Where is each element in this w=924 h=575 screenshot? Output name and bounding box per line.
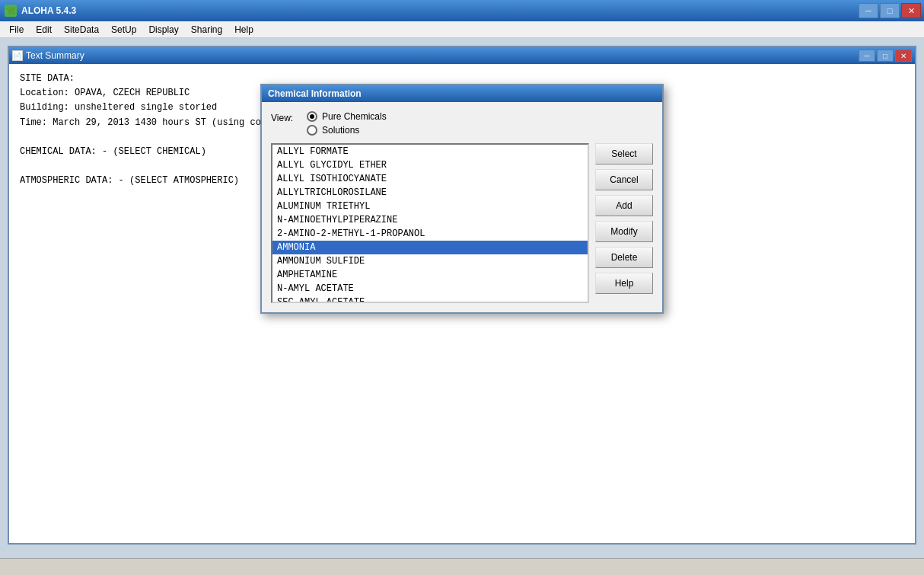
list-item[interactable]: ALLYL GLYCIDYL ETHER: [272, 158, 588, 172]
maximize-button[interactable]: □: [880, 3, 900, 18]
view-radio-group: Pure Chemicals Solutions: [307, 111, 387, 136]
menu-setup[interactable]: SetUp: [105, 23, 142, 37]
help-button[interactable]: Help: [595, 273, 653, 294]
app-icon: 🌿: [5, 5, 17, 17]
delete-button[interactable]: Delete: [595, 247, 653, 268]
dialog-body: View: Pure Chemicals Solutions: [262, 102, 662, 312]
list-item[interactable]: AMMONIUM SULFIDE: [272, 254, 588, 268]
modal-overlay: Chemical Information View: Pure Chemical…: [0, 38, 924, 575]
list-item[interactable]: SEC-AMYL ACETATE: [272, 295, 588, 303]
chemical-information-dialog: Chemical Information View: Pure Chemical…: [260, 84, 664, 314]
view-label: View:: [271, 111, 298, 123]
modify-button[interactable]: Modify: [595, 221, 653, 242]
add-button[interactable]: Add: [595, 195, 653, 216]
menu-sharing[interactable]: Sharing: [185, 23, 228, 37]
minimize-button[interactable]: ─: [859, 3, 878, 18]
list-item[interactable]: N-AMYL ACETATE: [272, 282, 588, 295]
title-bar: 🌿 ALOHA 5.4.3 ─ □ ✕: [0, 0, 924, 21]
pure-chemicals-radio[interactable]: [307, 111, 317, 122]
list-item[interactable]: 2-AMINO-2-METHYL-1-PROPANOL: [272, 227, 588, 241]
view-section: View: Pure Chemicals Solutions: [271, 111, 653, 136]
close-button[interactable]: ✕: [901, 3, 921, 18]
pure-chemicals-label: Pure Chemicals: [322, 111, 387, 122]
menu-sitedata[interactable]: SiteData: [58, 23, 105, 37]
content-area: ALLYL FORMATEALLYL GLYCIDYL ETHERALLYL I…: [271, 143, 653, 303]
app-title: ALOHA 5.4.3: [21, 5, 76, 16]
title-bar-controls: ─ □ ✕: [859, 3, 921, 18]
menu-display[interactable]: Display: [142, 23, 184, 37]
solutions-radio[interactable]: [307, 125, 317, 136]
list-item[interactable]: AMPHETAMINE: [272, 268, 588, 282]
list-item[interactable]: ALLYL ISOTHIOCYANATE: [272, 172, 588, 186]
chemical-list-container: ALLYL FORMATEALLYL GLYCIDYL ETHERALLYL I…: [271, 143, 589, 303]
list-item[interactable]: ALUMINUM TRIETHYL: [272, 200, 588, 213]
menu-help[interactable]: Help: [228, 23, 260, 37]
list-item[interactable]: ALLYL FORMATE: [272, 145, 588, 158]
menu-edit[interactable]: Edit: [30, 23, 58, 37]
menu-file[interactable]: File: [3, 23, 30, 37]
menu-bar: File Edit SiteData SetUp Display Sharing…: [0, 21, 924, 38]
chemical-list[interactable]: ALLYL FORMATEALLYL GLYCIDYL ETHERALLYL I…: [271, 143, 589, 303]
cancel-button[interactable]: Cancel: [595, 169, 653, 190]
dialog-title: Chemical Information: [268, 88, 362, 99]
dialog-titlebar: Chemical Information: [262, 85, 662, 102]
list-item[interactable]: ALLYLTRICHLOROSILANE: [272, 186, 588, 200]
select-button[interactable]: Select: [595, 143, 653, 165]
pure-chemicals-option[interactable]: Pure Chemicals: [307, 111, 387, 122]
solutions-option[interactable]: Solutions: [307, 125, 387, 136]
status-bar: [0, 558, 924, 575]
list-item[interactable]: N-AMINOETHYLPIPERAZINE: [272, 213, 588, 227]
main-area: 📄 Text Summary ─ □ ✕ SITE DATA: Location…: [0, 38, 924, 575]
buttons-panel: Select Cancel Add Modify Delete Help: [595, 143, 653, 303]
solutions-label: Solutions: [322, 125, 359, 136]
list-item[interactable]: AMMONIA: [272, 241, 588, 254]
